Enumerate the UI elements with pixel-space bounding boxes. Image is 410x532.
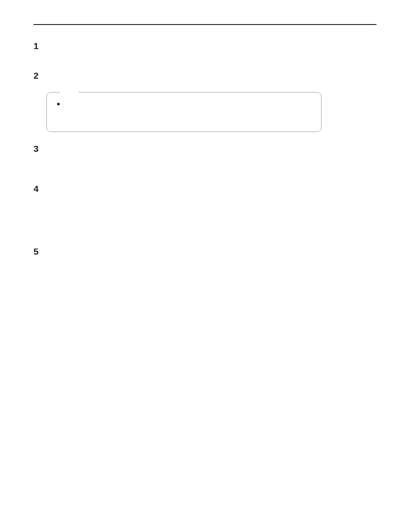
step-number: 2 (34, 71, 41, 80)
step-number: 1 (34, 41, 41, 50)
step-number: 4 (34, 184, 41, 193)
step-number: 5 (34, 247, 41, 256)
bullet-icon (57, 103, 60, 105)
callout-box (46, 92, 321, 132)
horizontal-rule (34, 24, 376, 25)
document-page: 1 2 3 4 5 (0, 0, 410, 256)
step-3: 3 (34, 144, 376, 153)
step-number: 3 (34, 144, 41, 153)
step-4: 4 (34, 184, 376, 193)
step-1: 1 (34, 41, 376, 50)
step-5: 5 (34, 247, 376, 256)
step-2: 2 (34, 71, 376, 80)
box-notch (60, 92, 79, 93)
